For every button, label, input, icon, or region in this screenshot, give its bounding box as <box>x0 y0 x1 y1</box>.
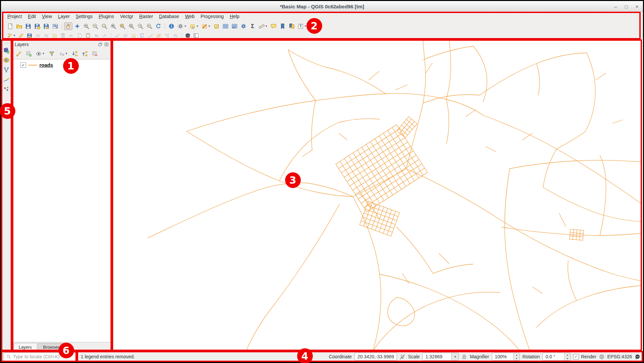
trim-extend-button[interactable] <box>172 32 179 39</box>
statistical-summary-button[interactable]: Σ <box>248 22 257 30</box>
open-attribute-table-button[interactable] <box>221 22 230 30</box>
cut-features-button[interactable]: ✂ <box>67 32 75 39</box>
lock-scale-icon[interactable] <box>461 354 467 360</box>
save-project-as-button[interactable] <box>33 22 41 30</box>
mouse-tracking-icon[interactable] <box>400 354 405 360</box>
refresh-map-button[interactable] <box>154 22 163 30</box>
simplify-feature-button[interactable] <box>147 32 154 39</box>
split-features-button[interactable] <box>122 32 129 39</box>
menu-plugins[interactable]: Plugins <box>95 13 117 20</box>
menu-database[interactable]: Database <box>156 13 182 20</box>
undo-button[interactable] <box>92 32 100 39</box>
float-panel-icon[interactable] <box>98 42 102 47</box>
spinner-arrows[interactable]: ▲▼ <box>513 353 519 360</box>
crs-globe-icon[interactable] <box>599 354 605 360</box>
add-delimited-text-layer-button[interactable] <box>3 86 10 93</box>
open-project-button[interactable] <box>15 22 23 30</box>
coordinate-value[interactable]: 20.3420,-33.9989 <box>355 353 397 361</box>
paste-features-button[interactable] <box>84 32 92 39</box>
layers-tree[interactable]: ✓ roads <box>13 59 111 342</box>
magnifier-spinbox[interactable]: 100% ▲▼ <box>492 353 520 361</box>
menu-edit[interactable]: Edit <box>25 13 39 20</box>
pan-to-selection-button[interactable] <box>73 22 81 30</box>
deselect-features-button[interactable]: ▼ <box>200 22 212 30</box>
new-print-layout-button[interactable] <box>51 22 59 30</box>
zoom-full-button[interactable] <box>109 22 118 30</box>
redo-button[interactable] <box>101 32 109 39</box>
crs-label[interactable]: EPSG:4326 <box>607 354 632 359</box>
add-spatialite-layer-button[interactable] <box>3 57 10 63</box>
copy-features-button[interactable] <box>76 32 83 39</box>
menu-web[interactable]: Web <box>182 13 198 20</box>
zoom-last-button[interactable] <box>136 22 145 30</box>
close-panel-icon[interactable] <box>104 42 109 47</box>
add-group-button[interactable] <box>25 50 33 57</box>
zoom-next-button[interactable] <box>145 22 154 30</box>
rotation-spinbox[interactable]: 0.0 ° ▲▼ <box>543 353 571 361</box>
new-project-button[interactable] <box>6 22 14 30</box>
zoom-in-button[interactable] <box>82 22 90 30</box>
zoom-native-button[interactable]: 1:1 <box>100 22 109 30</box>
map-canvas[interactable] <box>112 40 643 351</box>
reshape-features-button[interactable] <box>113 32 121 39</box>
add-part-button[interactable] <box>163 32 171 39</box>
menu-project[interactable]: Project <box>4 13 25 20</box>
maximize-button[interactable]: □ <box>624 4 629 9</box>
save-as-image-button[interactable] <box>42 22 50 30</box>
expand-all-button[interactable] <box>71 50 79 57</box>
toggle-editing-button[interactable] <box>17 32 25 39</box>
current-edits-button[interactable]: ▼ <box>6 32 17 39</box>
save-project-button[interactable] <box>24 22 32 30</box>
collapse-all-button[interactable] <box>81 50 89 57</box>
field-calculator-button[interactable] <box>230 22 239 30</box>
menu-raster[interactable]: Raster <box>136 13 156 20</box>
delete-selected-button[interactable] <box>59 32 67 39</box>
toggle-panel-button[interactable] <box>192 32 200 39</box>
new-shapefile-layer-button[interactable] <box>3 66 10 73</box>
render-checkbox[interactable]: ✓ Render <box>573 354 596 360</box>
menu-settings[interactable]: Settings <box>73 13 96 20</box>
zoom-to-layer-button[interactable] <box>127 22 136 30</box>
add-ring-button[interactable] <box>155 32 163 39</box>
close-button[interactable]: × <box>634 4 640 9</box>
vertex-tool-button[interactable] <box>42 32 50 39</box>
show-bookmarks-button[interactable] <box>287 22 296 30</box>
locator-search[interactable]: Type to locate (Ctrl+K) <box>4 352 77 361</box>
tab-layers[interactable]: Layers <box>13 343 37 351</box>
filter-legend-button[interactable] <box>48 50 56 57</box>
select-features-button[interactable]: ▼ <box>188 22 200 30</box>
open-layer-styling-button[interactable] <box>15 50 23 57</box>
zoom-to-selection-button[interactable] <box>118 22 127 30</box>
menu-layer[interactable]: Layer <box>55 13 73 20</box>
tab-browser[interactable]: Browser <box>38 343 64 351</box>
measure-line-button[interactable]: ▼ <box>257 22 269 30</box>
remove-layer-button[interactable] <box>91 50 99 57</box>
layer-visibility-checkbox[interactable]: ✓ <box>20 62 26 68</box>
new-bookmark-button[interactable] <box>278 22 287 30</box>
metasearch-button[interactable] <box>184 32 192 39</box>
filter-by-expression-button[interactable]: ε▼ <box>58 50 69 57</box>
chevron-down-icon[interactable]: ▾ <box>451 353 458 360</box>
menu-processing[interactable]: Processing <box>198 13 227 20</box>
layer-label[interactable]: roads <box>39 62 53 68</box>
identify-features-button[interactable] <box>167 22 176 30</box>
messages-icon[interactable] <box>635 354 640 360</box>
save-layer-edits-button[interactable] <box>26 32 33 39</box>
run-feature-action-button[interactable]: ▼ <box>176 22 188 30</box>
menu-vector[interactable]: Vector <box>117 13 136 20</box>
layer-item-roads[interactable]: ✓ roads <box>13 59 111 68</box>
digitize-segment-button[interactable] <box>34 32 42 39</box>
merge-features-button[interactable] <box>130 32 138 39</box>
menu-view[interactable]: View <box>39 13 55 20</box>
text-annotation-button[interactable]: T▼ <box>296 22 308 30</box>
processing-toolbox-button[interactable] <box>239 22 248 30</box>
map-tips-button[interactable] <box>269 22 278 30</box>
rotate-feature-button[interactable] <box>138 32 146 39</box>
scale-combobox[interactable]: 1:32869 ▾ <box>422 353 459 361</box>
spinner-arrows[interactable]: ▲▼ <box>564 353 570 360</box>
zoom-out-button[interactable] <box>91 22 99 30</box>
manage-map-themes-button[interactable]: ▼ <box>35 50 46 57</box>
menu-help[interactable]: Help <box>227 13 242 20</box>
minimize-button[interactable]: – <box>613 4 618 9</box>
select-by-form-button[interactable] <box>212 22 221 30</box>
